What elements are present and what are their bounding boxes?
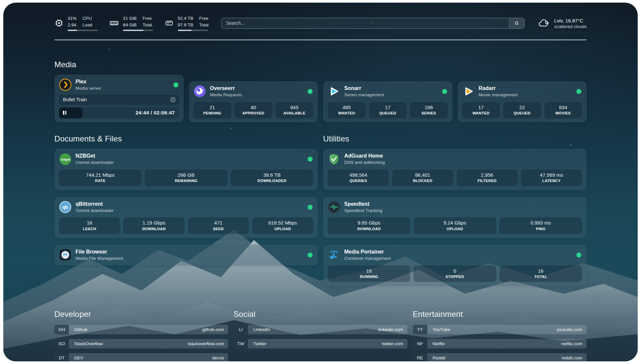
bookmark-stackoverflow[interactable]: SO StackOverflow stackoverflow.com — [54, 339, 228, 349]
search-input[interactable] — [222, 18, 509, 28]
search-provider-button[interactable]: G — [509, 18, 524, 28]
service-card-filebrowser[interactable]: File Browser Media File Management — [54, 245, 318, 265]
pause-icon[interactable] — [63, 111, 66, 115]
stat-tile: 618.52 MbpsUPLOAD — [252, 217, 313, 234]
cpu-load-label: Load — [82, 22, 92, 28]
stat-tile: 86,401BLOCKED — [392, 169, 453, 186]
app-desc: Series management — [344, 92, 438, 98]
stat-tile: 40APPROVED — [234, 102, 272, 119]
service-card-radarr[interactable]: Radarr Movie management 17WANTED 22QUEUE… — [458, 81, 587, 122]
bookmark-abbr: TW — [233, 339, 248, 349]
weather-location-temp: Lviv, 16.87°C — [554, 17, 587, 24]
playback-progress[interactable]: 24:44 / 02:06:47 — [59, 107, 179, 118]
bookmark-abbr: YT — [413, 325, 427, 334]
section-title-developer: Developer — [54, 310, 228, 319]
stat-tile: 47.569 msLATENCY — [521, 169, 582, 186]
app-name: File Browser — [76, 249, 304, 255]
bookmark-url: reddit.com — [562, 353, 587, 361]
disk-icon — [165, 18, 174, 28]
portainer-icon — [328, 249, 340, 261]
memory-icon — [109, 18, 119, 28]
filebrowser-icon — [59, 249, 72, 261]
bookmark-github[interactable]: GH Github github.com — [54, 325, 228, 334]
service-card-sonarr[interactable]: Sonarr Series management 485WANTED 17QUE… — [323, 81, 452, 122]
stat-tile: 22QUEUED — [503, 102, 541, 119]
bookmark-url: netflix.com — [561, 339, 587, 349]
service-card-overseerr[interactable]: Overseerr Media Requests 21PENDING 40APP… — [189, 81, 318, 122]
media-type-icon — [170, 97, 176, 103]
bookmark-group-social: Social LI LinkedIn linkedin.com TW Twitt… — [233, 310, 407, 361]
disk-total-value: 97.9 TB — [178, 22, 193, 28]
status-online-dot — [576, 89, 581, 94]
bookmark-youtube[interactable]: YT YouTube youtube.com — [413, 325, 587, 334]
bookmark-abbr: RE — [413, 353, 427, 361]
app-desc: Torrent downloader — [76, 208, 304, 214]
memory-free-label: Free — [142, 15, 152, 22]
bookmark-url: github.com — [202, 325, 228, 334]
bookmark-netflix[interactable]: NF Netflix netflix.com — [413, 339, 587, 349]
topbar-divider — [54, 40, 587, 40]
stat-tile: 498,564QUERIES — [328, 169, 389, 186]
weather-condition: scattered clouds — [554, 24, 587, 29]
bookmark-twitter[interactable]: TW Twitter twitter.com — [233, 339, 407, 349]
cloud-icon — [538, 17, 550, 29]
status-online-dot — [576, 253, 581, 258]
service-card-nzbget[interactable]: nzbget NZBGet Usenet downloader 744.21 M… — [54, 149, 318, 190]
utilities-column: Utilities AdGuard — [323, 134, 587, 286]
memory-total-label: Total — [142, 22, 152, 28]
service-card-qbittorrent[interactable]: qb qBittorrent Torrent downloader 16LEEC… — [54, 197, 318, 238]
service-card-speedtest[interactable]: Speedtest Speedtest Tracking 9.65 GbpsDO… — [323, 197, 587, 238]
app-name: Overseerr — [210, 85, 304, 92]
stat-tile: 16RUNNING — [328, 265, 410, 282]
stat-tile: 471SEED — [188, 217, 249, 234]
bookmark-abbr: DT — [54, 353, 69, 361]
bookmark-linkedin[interactable]: LI LinkedIn linkedin.com — [233, 325, 407, 334]
app-desc: Media Requests — [210, 92, 304, 98]
stat-tile: 834MOVIES — [544, 102, 582, 119]
snow-speckles — [3, 3, 4, 3]
stat-tile: 21PENDING — [194, 102, 231, 119]
stat-tile: 16TOTAL — [500, 265, 582, 282]
status-online-dot — [308, 253, 313, 258]
app-name: AdGuard Home — [344, 153, 582, 159]
stat-tile: 9.24 GbpsUPLOAD — [413, 217, 496, 234]
service-card-adguard[interactable]: AdGuard Home DNS and adblocking 498,564Q… — [323, 149, 587, 190]
speedtest-icon — [328, 201, 340, 213]
weather-widget[interactable]: Lviv, 16.87°C scattered clouds — [538, 17, 587, 29]
cpu-load-value: 2.94 — [68, 22, 76, 28]
stat-tile: 485WANTED — [328, 102, 366, 119]
app-desc: Movie management — [479, 92, 573, 98]
bookmark-group-developer: Developer GH Github github.com SO StackO… — [54, 310, 228, 361]
service-card-portainer[interactable]: Media Portainer Container management 16R… — [323, 245, 587, 286]
app-desc: Container management — [344, 256, 572, 261]
bookmark-reddit[interactable]: RE Reddit reddit.com — [413, 353, 587, 361]
bookmark-group-entertainment: Entertainment YT YouTube youtube.com NF … — [413, 310, 587, 361]
qbittorrent-icon: qb — [59, 201, 72, 213]
app-name: NZBGet — [76, 153, 304, 159]
app-desc: Media server — [76, 85, 169, 91]
top-bar: 31% 2.94 CPU Load — [54, 15, 587, 31]
section-title-media: Media — [54, 60, 587, 69]
status-online-dot — [308, 157, 313, 162]
bookmark-abbr: SO — [54, 339, 69, 349]
bookmark-url: twitter.com — [382, 339, 408, 349]
bookmark-name: Github — [69, 325, 202, 334]
disk-progress-bar — [178, 30, 208, 31]
memory-widget: 21 GiB 64 GiB Free Total — [109, 15, 153, 31]
cpu-percent: 31% — [68, 15, 76, 22]
stat-tile: 1.19 GbpsDOWNLOAD — [123, 217, 184, 234]
cpu-icon — [54, 18, 64, 28]
app-name: Media Portainer — [344, 249, 572, 255]
status-online-dot — [308, 89, 313, 94]
adguard-icon — [328, 153, 340, 166]
stat-tile: 0STOPPED — [413, 265, 496, 282]
service-card-plex[interactable]: Plex Media server Bullet Train — [54, 75, 184, 122]
section-title-documents: Documents & Files — [54, 134, 318, 143]
section-title-social: Social — [233, 310, 407, 319]
now-playing-title: Bullet Train — [63, 97, 170, 102]
bookmark-dev[interactable]: DT DEV dev.to — [54, 353, 228, 361]
app-desc: Usenet downloader — [76, 160, 304, 166]
bookmark-name: Reddit — [427, 353, 562, 361]
search-bar: G — [221, 18, 525, 29]
section-title-entertainment: Entertainment — [413, 310, 587, 319]
